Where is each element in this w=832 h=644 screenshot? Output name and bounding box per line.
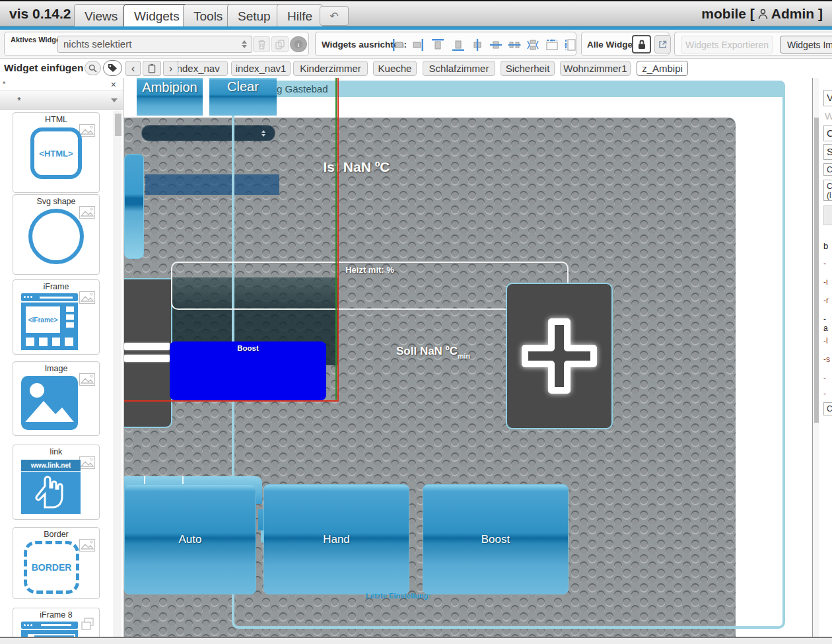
view-tab-sicherheit[interactable]: Sicherheit — [501, 61, 555, 76]
image-placeholder-icon — [79, 539, 95, 552]
property-button[interactable] — [823, 205, 832, 225]
canvas-vertical-slider[interactable] — [124, 154, 144, 259]
copy-icon — [275, 40, 285, 50]
distribute-horizontal-button[interactable] — [506, 36, 523, 53]
palette-filter-select[interactable]: * — [0, 91, 123, 110]
align-vertical-center-icon — [471, 38, 484, 52]
property-code-line: - — [823, 373, 826, 382]
widget-tag-filter-button[interactable] — [103, 60, 122, 76]
property-field-disabled: W — [825, 110, 832, 122]
snap-guide-red-vertical — [337, 78, 339, 402]
user-icon — [758, 9, 768, 20]
align-bottom-button[interactable] — [450, 36, 467, 53]
widgets-import-button[interactable]: Widgets Impo — [780, 36, 832, 54]
same-height-button[interactable] — [562, 36, 579, 53]
trash-icon — [258, 40, 266, 50]
auto-button[interactable]: Auto — [124, 484, 256, 594]
lock-widgets-button[interactable] — [632, 35, 651, 54]
boost-overlay-button[interactable]: Boost — [170, 341, 326, 400]
widget-info-button[interactable]: i — [290, 36, 307, 52]
snap-guide-red-horizontal — [124, 400, 339, 402]
canvas-left-panel[interactable] — [124, 278, 172, 428]
view-tab-kueche[interactable]: Kueche — [373, 61, 417, 76]
palette-widget-border[interactable]: Border BORDER — [13, 527, 100, 599]
clear-button[interactable]: Clear — [209, 78, 277, 116]
property-field[interactable]: C (l — [823, 180, 832, 201]
palette-scrollbar[interactable] — [114, 111, 121, 637]
view-tab-wohnzimmer1[interactable]: Wohnzimmer1 — [560, 61, 631, 76]
property-field[interactable]: S — [823, 144, 832, 160]
same-width-button[interactable] — [543, 36, 561, 53]
view-tab-z-ambipi[interactable]: z_Ambipi — [637, 61, 688, 76]
hand-button[interactable]: Hand — [263, 484, 409, 594]
letzte-einstellung-link[interactable]: Letzte Einstellung: — [345, 592, 451, 600]
boost-button[interactable]: Boost — [423, 484, 569, 594]
image-placeholder-icon — [79, 124, 95, 137]
palette-widget-html[interactable]: HTML <HTML> — [13, 112, 100, 193]
prev-view-button[interactable]: ‹ — [125, 61, 141, 76]
chevron-down-icon — [111, 98, 118, 102]
active-widget-select[interactable]: nichts selektiert — [57, 36, 252, 53]
palette-widget-image[interactable]: Image — [13, 361, 100, 436]
align-right-button[interactable] — [409, 36, 426, 53]
view-tab-kinderzimmer[interactable]: Kinderzimmer — [293, 61, 368, 76]
window-bottom-edge — [0, 637, 832, 644]
delete-widget-button[interactable] — [253, 36, 270, 52]
view-tab-schlafzimmer[interactable]: Schlafzimmer — [423, 61, 495, 76]
image-placeholder-icon — [79, 373, 95, 386]
widgets-export-button[interactable]: Widgets Exportieren — [681, 36, 773, 54]
link-preview-icon: www.link.net — [21, 460, 81, 514]
distribute-vertical-button[interactable] — [524, 36, 541, 53]
palette-scroll-thumb[interactable] — [115, 114, 121, 136]
property-code-line: - — [823, 389, 826, 398]
html-preview-icon: <HTML> — [30, 127, 82, 179]
align-left-button[interactable] — [390, 36, 407, 53]
view-tab-index-nav1[interactable]: index_nav1 — [231, 61, 291, 76]
menu-tab-tools[interactable]: Tools — [183, 4, 233, 28]
border-preview-icon: BORDER — [24, 541, 79, 594]
property-field[interactable]: C — [823, 125, 832, 141]
ambition-button[interactable]: Ambipion — [137, 78, 203, 116]
equals-bar-icon — [124, 343, 170, 350]
view-clipboard-button[interactable] — [143, 61, 161, 76]
widget-search-button[interactable] — [85, 61, 101, 75]
widget-palette: * × * HTML <HTML> Svg shape iFrame — [0, 78, 123, 644]
align-horizontal-center-button[interactable] — [487, 36, 504, 53]
align-top-button[interactable] — [429, 36, 446, 53]
title-bar: vis 0.14.2 Views Widgets Tools Setup Hil… — [0, 0, 832, 26]
align-bottom-icon — [452, 38, 465, 52]
palette-widget-svg-shape[interactable]: Svg shape — [13, 194, 100, 275]
undo-button[interactable]: ↶ — [320, 6, 349, 26]
menu-tab-widgets[interactable]: Widgets — [123, 4, 190, 28]
menu-tab-views[interactable]: Views — [74, 4, 128, 28]
next-view-button[interactable]: › — [163, 61, 178, 76]
property-field[interactable]: V — [823, 90, 832, 106]
open-external-button[interactable] — [654, 35, 671, 54]
close-icon[interactable]: × — [111, 79, 116, 90]
plus-button-panel[interactable] — [506, 283, 613, 429]
palette-filter-row[interactable]: * × — [0, 78, 123, 91]
menu-tab-hilfe[interactable]: Hilfe — [277, 4, 323, 28]
tag-icon — [108, 63, 118, 73]
palette-widget-link[interactable]: link www.link.net — [13, 445, 100, 520]
property-field[interactable]: C — [823, 163, 832, 176]
align-vertical-center-button[interactable] — [469, 36, 486, 53]
iframe-preview-icon: <iFrame> — [21, 293, 78, 350]
widget-title: Image — [13, 362, 99, 373]
user-name: Admin ] — [771, 6, 823, 22]
snap-guide-green — [335, 78, 337, 400]
clipboard-icon — [148, 63, 156, 73]
edit-canvas[interactable]: g Gästebad Ist NaN ºC Heizt mit: % Boost… — [123, 78, 812, 644]
widget-insert-label: Widget einfügen — [4, 62, 83, 74]
menu-tab-setup[interactable]: Setup — [227, 4, 281, 28]
align-horizontal-center-icon — [489, 38, 503, 52]
image-placeholder-icon — [79, 291, 95, 304]
palette-widget-iframe[interactable]: iFrame <iFrame> — [13, 279, 100, 355]
property-field[interactable]: C — [823, 402, 832, 415]
widget-title: link — [13, 445, 99, 456]
ist-temperature-label: Ist NaN ºC — [287, 159, 426, 175]
copy-widget-button[interactable] — [271, 36, 289, 52]
image-placeholder-icon — [79, 456, 95, 469]
filter-star: * — [3, 80, 5, 88]
user-indicator: mobile [ Admin ] — [701, 6, 823, 22]
